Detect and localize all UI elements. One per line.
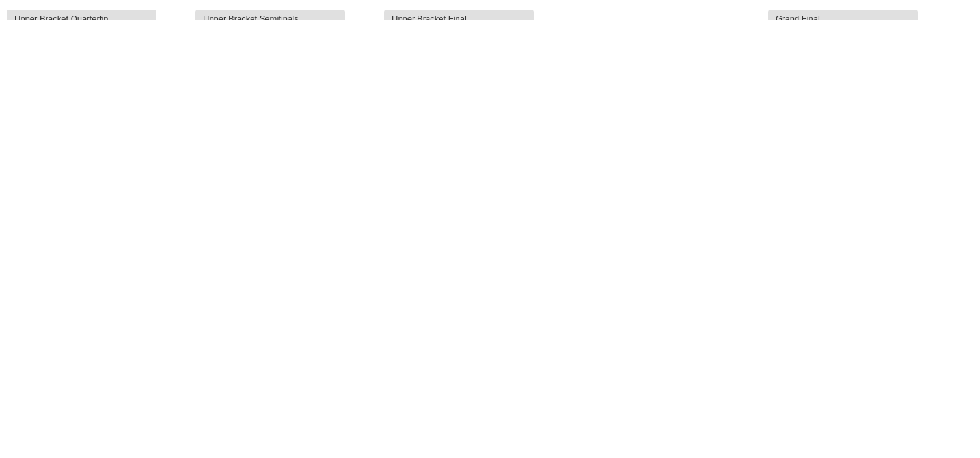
gf-header: Grand Final <box>768 10 918 20</box>
ubs-header: Upper Bracket Semifinals <box>195 10 345 20</box>
ubf-header: Upper Bracket Final <box>384 10 534 20</box>
ubq-header: Upper Bracket Quarterfin... <box>7 10 156 20</box>
